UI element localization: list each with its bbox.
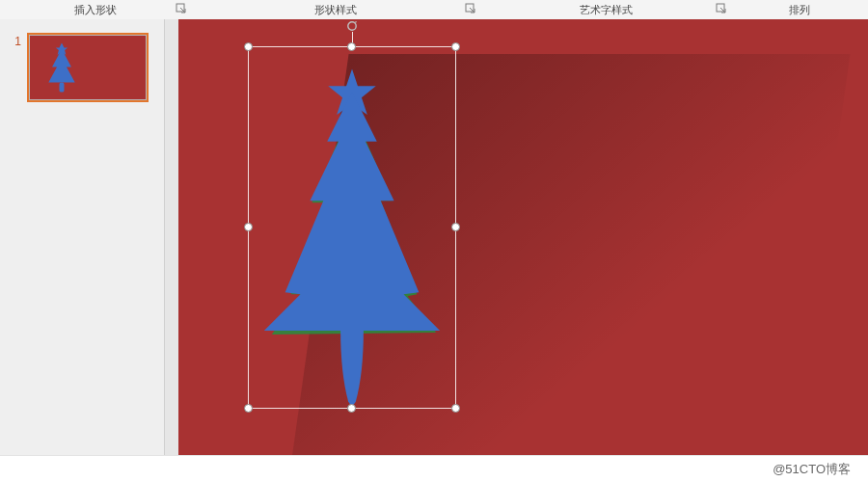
resize-handle-bottom-left[interactable]: [244, 404, 253, 413]
ribbon-group-label: 排列: [789, 4, 810, 15]
slide-thumbnail[interactable]: 1: [8, 33, 164, 102]
resize-handle-top-left[interactable]: [244, 42, 253, 51]
watermark-text: @51CTO博客: [773, 462, 851, 476]
dialog-launcher-icon[interactable]: [716, 3, 727, 14]
svg-rect-4: [60, 83, 65, 93]
slide-canvas[interactable]: [165, 19, 868, 455]
watermark: @51CTO博客: [0, 455, 868, 482]
dialog-launcher-icon[interactable]: [465, 3, 476, 14]
svg-point-5: [348, 22, 356, 30]
resize-handle-top-right[interactable]: [451, 42, 460, 51]
workspace: 1: [0, 19, 868, 455]
slide-thumbnails-panel: 1: [0, 19, 165, 455]
rotate-handle-icon[interactable]: [346, 20, 358, 32]
slide-number: 1: [8, 33, 21, 48]
ribbon-group-insert-shapes: 插入形状: [0, 0, 191, 19]
ribbon-group-wordart-styles: 艺术字样式: [480, 0, 731, 19]
ribbon-group-labels: 插入形状 形状样式 艺术字样式 排列: [0, 0, 868, 20]
ribbon-group-label: 插入形状: [74, 4, 117, 15]
resize-handle-bottom-middle[interactable]: [347, 404, 356, 413]
ribbon-group-shape-styles: 形状样式: [191, 0, 480, 19]
dialog-launcher-icon[interactable]: [176, 3, 187, 14]
slide-thumbnail-preview[interactable]: [27, 33, 149, 102]
resize-handle-middle-right[interactable]: [451, 223, 460, 231]
ribbon-group-arrange: 排列: [731, 0, 868, 19]
christmas-tree-icon: [42, 40, 81, 94]
ribbon-group-label: 艺术字样式: [580, 4, 633, 15]
shape-selection-frame[interactable]: [248, 46, 456, 409]
christmas-tree-shape[interactable]: [249, 47, 455, 408]
resize-handle-middle-left[interactable]: [244, 223, 253, 231]
resize-handle-bottom-right[interactable]: [451, 404, 460, 413]
ribbon-group-label: 形状样式: [314, 4, 357, 15]
resize-handle-top-middle[interactable]: [347, 42, 356, 51]
slide-background[interactable]: [178, 19, 868, 455]
